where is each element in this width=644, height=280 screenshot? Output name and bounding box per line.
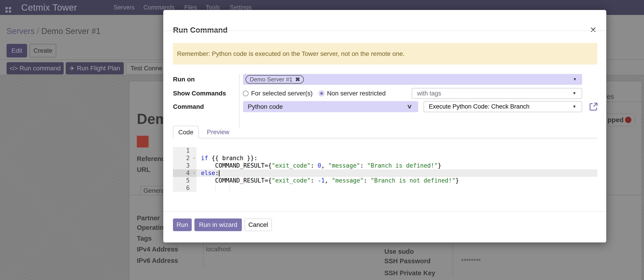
breadcrumb: Servers/Demo Server #1 [6,25,100,38]
code-token: 0 [318,162,321,169]
indent-guide [215,163,216,169]
edit-button[interactable]: Edit [6,44,27,57]
chevron-down-icon: ▼ [572,104,576,109]
field-label-ipv6: IPv6 Address [137,256,178,265]
apps-grid-icon[interactable] [6,7,11,13]
command-type-select[interactable]: Python code ∨ [243,101,418,112]
tab-code[interactable]: Code [173,126,199,138]
code-token: "Branch is defined!" [367,162,438,169]
code-token: } [456,177,459,184]
field-label-ssh-private-key: SSH Private Key [384,268,435,277]
external-link-icon[interactable] [589,102,598,111]
code-token: , [325,177,332,184]
code-token: : [215,170,219,176]
code-token: "exit_code" [272,177,310,184]
field-value-ssh-password: ******** [461,256,481,265]
tab-preview[interactable]: Preview [207,126,230,138]
code-token: , [321,162,328,169]
server-tag-label: Demo Server #1 [250,76,292,83]
radio-for-selected-servers[interactable] [243,90,248,96]
server-color-swatch[interactable] [137,136,148,148]
warning-alert-text: Remember: Python code is executed on the… [177,50,405,57]
code-token: : [310,162,318,169]
code-token: COMMAND_RESULT={ [201,162,272,169]
text-cursor [219,170,220,176]
run-flight-plan-button[interactable]: ✈ Run Flight Plan [66,62,124,74]
code-brackets-icon: </> [10,65,18,72]
modal-footer-divider [163,211,606,212]
run-on-label: Run on [173,74,195,85]
chevron-down-icon: ▼ [573,77,577,82]
create-button[interactable]: Create [30,44,56,57]
form-separator [239,74,240,127]
code-line: if {{ branch }}: [196,155,597,162]
code-token: else [201,170,215,176]
with-tags-select[interactable]: with tags ▼ [412,88,582,99]
server-status-label: pped [608,113,624,126]
indent-guide [215,185,216,191]
field-label-use-sudo: Use sudo [384,247,414,256]
run-command-modal: Run Command × Remember: Python code is e… [163,10,606,242]
command-type-value: Python code [248,101,283,112]
code-line [196,184,597,192]
stat-button-fragment[interactable]: es [607,92,614,101]
code-token: if [201,155,208,162]
tag-remove-icon[interactable]: ✖ [295,76,300,83]
code-token: -1 [318,177,325,184]
run-command-label: Run command [20,65,61,72]
gutter-line-number: 3 [173,162,196,169]
plane-icon: ✈ [69,65,74,72]
chevron-down-icon: ∨ [407,103,412,110]
code-line [196,147,597,155]
modal-header-divider [163,31,606,31]
run-on-multiselect[interactable]: Demo Server #1 ✖ ▼ [243,74,582,85]
indent-guide [229,185,230,191]
radio-non-server-restricted-label[interactable]: Non server restricted [327,88,386,99]
run-flight-plan-label: Run Flight Plan [77,65,120,72]
fold-toggle-icon[interactable]: ▾ [193,169,195,177]
server-tag-chip: Demo Server #1 ✖ [246,75,304,84]
radio-for-selected-servers-label[interactable]: For selected server(s) [251,88,312,99]
code-token: COMMAND_RESULT={ [201,177,272,184]
field-label-ipv4: IPv4 Address [137,245,178,254]
run-in-wizard-button[interactable]: Run in wizard [194,218,242,231]
radio-non-server-restricted[interactable] [318,90,324,96]
status-dot-icon [625,117,631,123]
run-command-button[interactable]: </> Run command [6,62,64,74]
gutter-line-number: 6 [173,184,196,192]
code-token: {{ branch }}: [208,155,258,162]
code-token: : [310,177,318,184]
command-name-select[interactable]: Execute Python Code: Check Branch ▼ [424,101,582,112]
with-tags-placeholder: with tags [417,88,441,98]
tabbar-divider [199,138,597,138]
breadcrumb-current: Demo Server #1 [41,27,100,36]
field-label-url: URL [137,165,150,174]
editor-gutter: 12▾34▾56 [173,147,196,192]
run-button[interactable]: Run [173,218,192,231]
code-editor[interactable]: if {{ branch }}: COMMAND_RESULT={"exit_c… [196,147,597,192]
warning-alert: Remember: Python code is executed on the… [173,43,597,64]
code-token: "exit_code" [272,162,310,169]
field-label-tags: Tags [137,234,152,243]
field-label-partner: Partner [137,213,160,223]
gutter-line-number: 5 [173,177,196,184]
field-label-ssh-password: SSH Password [384,256,430,265]
code-token: "message" [328,162,360,169]
code-token: "message" [332,177,364,184]
modal-title: Run Command [173,25,228,35]
gutter-line-number: 4▾ [173,169,196,177]
breadcrumb-servers-link[interactable]: Servers [6,27,34,36]
field-value-ipv4: localhost [206,245,231,254]
app-brand[interactable]: Cetmix Tower [21,0,77,15]
code-line: COMMAND_RESULT={"exit_code": -1, "messag… [196,177,597,184]
cancel-button[interactable]: Cancel [244,218,272,231]
nav-item-servers[interactable]: Servers [114,0,134,15]
gutter-line-number: 2▾ [173,155,196,162]
code-token: } [438,162,442,169]
indent-guide [215,178,216,184]
close-icon[interactable]: × [588,25,598,35]
command-label: Command [173,101,204,112]
code-line: COMMAND_RESULT={"exit_code": 0, "message… [196,162,597,169]
fold-toggle-icon[interactable]: ▾ [193,155,195,162]
breadcrumb-separator: / [34,27,41,36]
